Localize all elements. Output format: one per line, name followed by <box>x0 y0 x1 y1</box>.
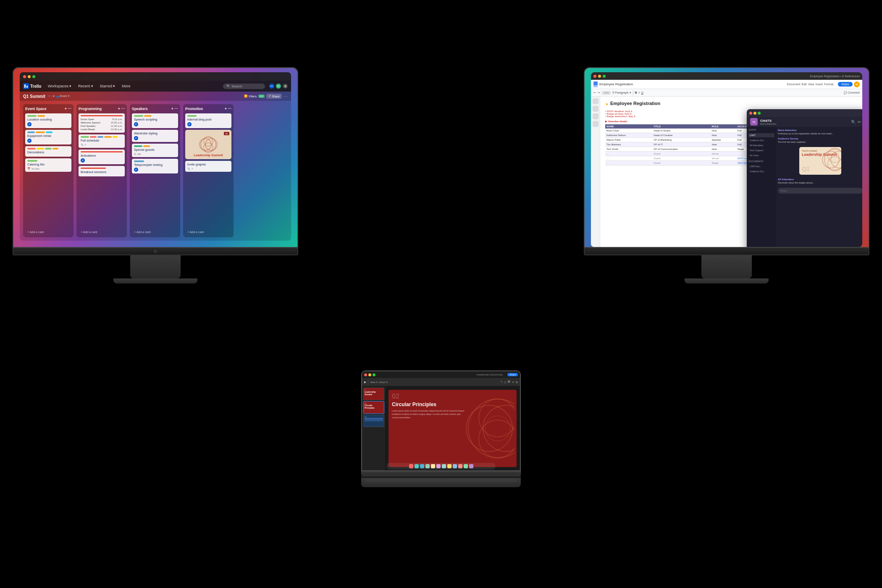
maximize-button[interactable] <box>32 75 35 78</box>
dock-icon-1[interactable] <box>409 464 413 468</box>
dock-icon-5[interactable] <box>431 464 435 468</box>
slide-thumb-3[interactable]: 03 <box>363 415 384 427</box>
doc-item-2[interactable]: Audience Sur... <box>748 169 774 173</box>
column-menu-icon[interactable]: ⋯ <box>68 107 71 111</box>
card-wardrobe-styling[interactable]: Wardrobe styling IP <box>132 130 178 142</box>
nav-icon-3[interactable] <box>593 113 598 119</box>
image-btn[interactable]: 🖼 <box>508 381 510 383</box>
share-button-docs[interactable]: Share <box>838 82 853 87</box>
docs-menu-format[interactable]: Format <box>824 83 833 86</box>
chat-item-5[interactable]: AV Crew <box>748 153 774 158</box>
keynote-share-btn[interactable]: Share <box>507 373 518 376</box>
keynote-maximize[interactable] <box>373 373 375 376</box>
docs-close-button[interactable] <box>593 75 596 78</box>
chat-close[interactable] <box>749 112 752 115</box>
add-card-speakers[interactable]: + Add a card <box>132 229 178 235</box>
chat-search-icon[interactable]: 🔍 <box>851 120 856 124</box>
card-catering[interactable]: Catering Mo 📅 10 Dec <box>25 158 71 172</box>
zoom-button[interactable]: Zoom ▾ <box>379 381 388 383</box>
paragraph-style[interactable]: ¶ Paragraph ▾ <box>612 91 631 94</box>
speakers-menu-icon[interactable]: ⋯ <box>174 107 178 111</box>
comment-button[interactable]: 💬 Comment <box>844 91 860 94</box>
filters-button[interactable]: 🔽 Filters <box>244 94 257 98</box>
card-breakout[interactable]: Breakout sessions <box>79 166 125 176</box>
card-leadership-summit-invite[interactable]: Q1 Leadership Summit <box>185 130 231 159</box>
nav-icon-1[interactable] <box>593 98 598 104</box>
docs-menu-edit[interactable]: Edit <box>802 83 807 86</box>
board-label[interactable]: Board ▾ <box>60 94 69 98</box>
zoom-level[interactable]: 100% <box>602 91 611 94</box>
docs-minimize-button[interactable] <box>598 75 601 78</box>
chat-maximize[interactable] <box>758 112 761 115</box>
card-activations[interactable]: Activations IP <box>79 150 125 164</box>
add-card-icon[interactable]: + <box>65 107 67 111</box>
close-button[interactable] <box>23 75 26 78</box>
docs-menu-view[interactable]: View <box>808 83 814 86</box>
keynote-minimize[interactable] <box>368 373 371 376</box>
chat-item-4[interactable]: Tech Support <box>748 148 774 152</box>
dock-icon-4[interactable] <box>425 464 430 468</box>
trello-search[interactable]: 🔍 Search <box>223 84 265 89</box>
slide-thumb-1[interactable]: 01 LeadershipSummit <box>363 388 384 400</box>
card-special-guests[interactable]: Special guests ☑ 4/6 <box>132 144 178 157</box>
dock-icon-9[interactable] <box>453 464 457 468</box>
chat-item-1[interactable]: LIMIT <box>748 133 774 137</box>
shape-btn[interactable]: ◻ <box>504 381 506 383</box>
card-decorations[interactable]: Decorations <box>25 146 71 157</box>
dock-icon-12[interactable] <box>469 464 473 468</box>
card-equipment-rental[interactable]: Equipment rental IP <box>25 130 71 144</box>
text-format-btn[interactable]: T <box>501 381 502 383</box>
card-schedule[interactable]: Doors Open 9:15 a.m. Welcome Speech 10:0… <box>79 113 125 133</box>
nav-icon-2[interactable] <box>593 106 598 112</box>
italic-button[interactable]: I <box>639 91 640 94</box>
animate-btn[interactable]: ✦ <box>512 381 514 383</box>
dock-icon-3[interactable] <box>420 464 424 468</box>
settings-icon[interactable]: ⚙ <box>283 84 288 89</box>
prog-menu-icon[interactable]: ⋯ <box>121 107 125 111</box>
add-card-programming[interactable]: + Add a card <box>79 229 125 235</box>
docs-menu-insert[interactable]: Insert <box>816 83 823 86</box>
card-speech-scripting[interactable]: Speech scripting IP <box>132 113 178 128</box>
more-menu[interactable]: More <box>120 83 133 89</box>
share-button[interactable]: ↗ Share <box>266 94 282 99</box>
undo-icon[interactable]: ↩ <box>593 91 596 94</box>
chat-item-2[interactable]: Audience Sur... <box>748 138 774 142</box>
minimize-button[interactable] <box>28 75 31 78</box>
docs-menu-document[interactable]: Document <box>787 83 801 86</box>
nav-icon-4[interactable] <box>593 121 598 127</box>
card-location-scouting[interactable]: Location scouting IP <box>25 113 71 128</box>
recent-menu[interactable]: Recent ▾ <box>76 83 95 89</box>
chat-minimize[interactable] <box>753 112 756 115</box>
doc-item-1[interactable]: LIMIT.doc... <box>748 164 774 168</box>
dock-icon-11[interactable] <box>464 464 468 468</box>
underline-button[interactable]: U <box>641 91 643 94</box>
chat-input[interactable]: Reply... <box>778 188 862 194</box>
card-teleprompter[interactable]: Teleprompter testing IP <box>132 159 178 173</box>
format-btn[interactable]: ⊞ <box>516 381 518 383</box>
dock-icon-10[interactable] <box>458 464 462 468</box>
chat-compose-icon[interactable]: ✏ <box>858 120 861 124</box>
add-card-promotion[interactable]: + Add a card <box>185 229 231 235</box>
workspaces-menu[interactable]: Workspaces ▾ <box>46 83 74 89</box>
docs-maximize-button[interactable] <box>603 75 606 78</box>
dock-icon-2[interactable] <box>415 464 419 468</box>
chat-item-3[interactable]: All Attendees <box>748 143 774 147</box>
dock-icon-7[interactable] <box>442 464 446 468</box>
more-options-icon[interactable]: ⋯ <box>284 94 288 99</box>
card-invite-graphic[interactable]: Invite graphic 📎 7 <box>185 161 231 172</box>
card-full-schedule[interactable]: Full schedule 📎 7 <box>79 134 125 148</box>
promo-add-icon[interactable]: + <box>225 107 227 111</box>
speakers-add-icon[interactable]: + <box>171 107 173 111</box>
dock-icon-8[interactable] <box>447 464 452 468</box>
card-internal-blog[interactable]: Internal blog post IP <box>185 113 231 128</box>
slide-thumb-2[interactable]: 02 CircularPrinciples <box>363 401 384 414</box>
bold-button[interactable]: B <box>635 91 637 94</box>
add-card-event-space[interactable]: + Add a card <box>25 229 71 235</box>
promo-menu-icon[interactable]: ⋯ <box>228 107 231 111</box>
keynote-close[interactable] <box>364 373 367 376</box>
play-icon[interactable]: ▶ <box>364 381 366 384</box>
redo-icon[interactable]: ↪ <box>598 91 600 94</box>
dock-icon-6[interactable] <box>436 464 441 468</box>
view-button[interactable]: View ▾ <box>370 381 378 383</box>
prog-add-icon[interactable]: + <box>118 107 120 111</box>
